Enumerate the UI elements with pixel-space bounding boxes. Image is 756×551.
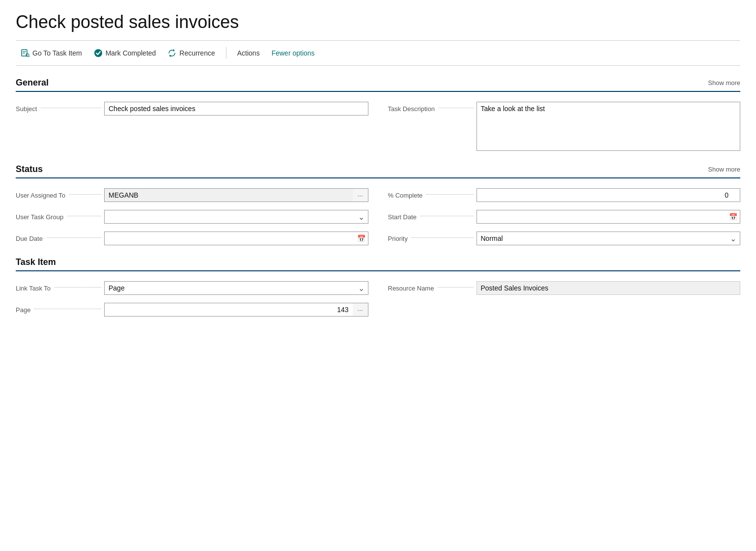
due-date-input[interactable] [104, 232, 368, 245]
percent-complete-input[interactable] [476, 188, 741, 202]
resource-name-control: Posted Sales Invoices [476, 281, 741, 295]
fewer-options-button[interactable]: Fewer options [267, 46, 320, 60]
link-task-to-select-wrapper: Page Report Codeunit [104, 281, 368, 295]
subject-row: Subject [16, 102, 368, 152]
user-task-group-select[interactable] [104, 210, 368, 224]
empty-cell [388, 303, 741, 317]
start-date-control: 📅 [476, 210, 741, 224]
page-input-group: ··· [104, 303, 368, 317]
page-input[interactable] [104, 303, 353, 317]
link-task-to-label: Link Task To [16, 281, 104, 292]
due-date-input-wrapper: 📅 [104, 232, 368, 245]
user-assigned-to-row: User Assigned To ··· [16, 188, 368, 202]
start-date-label: Start Date [388, 210, 476, 221]
general-section-title: General [16, 78, 49, 88]
task-description-control [476, 102, 741, 152]
general-show-more-button[interactable]: Show more [708, 79, 740, 87]
user-assigned-to-input-group: ··· [104, 188, 368, 202]
status-show-more-button[interactable]: Show more [708, 166, 740, 173]
priority-control: Normal Low High [476, 232, 741, 245]
task-description-input[interactable] [476, 102, 741, 151]
link-task-to-control: Page Report Codeunit [104, 281, 368, 295]
general-form-grid: Subject Task Description [16, 102, 740, 152]
user-assigned-to-label: User Assigned To [16, 188, 104, 199]
mark-completed-button[interactable]: Mark Completed [89, 46, 161, 60]
page-title: Check posted sales invoices [16, 12, 740, 32]
resource-name-value: Posted Sales Invoices [476, 281, 741, 295]
priority-row: Priority Normal Low High [388, 232, 741, 245]
start-date-row: Start Date 📅 [388, 210, 741, 224]
task-description-row: Task Description [388, 102, 741, 152]
svg-line-4 [29, 57, 30, 58]
actions-button[interactable]: Actions [232, 46, 265, 60]
priority-select-wrapper: Normal Low High [476, 232, 741, 245]
percent-complete-label: % Complete [388, 188, 476, 199]
due-date-label: Due Date [16, 232, 104, 242]
start-date-input[interactable] [476, 210, 741, 224]
svg-point-5 [94, 49, 102, 57]
due-date-control: 📅 [104, 232, 368, 245]
percent-complete-row: % Complete [388, 188, 741, 202]
task-item-form-grid: Link Task To Page Report Codeunit [16, 281, 740, 317]
user-assigned-to-lookup-button[interactable]: ··· [353, 188, 368, 202]
priority-label: Priority [388, 232, 476, 242]
status-section-title: Status [16, 164, 43, 174]
task-description-label: Task Description [388, 102, 476, 113]
page-control: ··· [104, 303, 368, 317]
page-lookup-button[interactable]: ··· [353, 303, 368, 317]
subject-control [104, 102, 368, 116]
recurrence-icon [168, 49, 176, 58]
percent-complete-control [476, 188, 741, 202]
task-item-section: Task Item Link Task To Page Report Codeu… [16, 257, 740, 317]
svg-point-3 [26, 54, 29, 57]
general-section-header: General Show more [16, 78, 740, 92]
subject-label: Subject [16, 102, 104, 113]
resource-name-row: Resource Name Posted Sales Invoices [388, 281, 741, 295]
mark-completed-icon [94, 49, 103, 58]
go-to-task-item-button[interactable]: Go To Task Item [16, 46, 87, 60]
link-task-to-row: Link Task To Page Report Codeunit [16, 281, 368, 295]
user-task-group-select-wrapper [104, 210, 368, 224]
user-assigned-to-input[interactable] [104, 188, 353, 202]
task-item-section-header: Task Item [16, 257, 740, 271]
go-to-task-icon [21, 49, 29, 58]
toolbar: Go To Task Item Mark Completed Recur [16, 41, 740, 66]
user-assigned-to-control: ··· [104, 188, 368, 202]
user-task-group-control [104, 210, 368, 224]
subject-input[interactable] [104, 102, 368, 116]
status-form-grid: User Assigned To ··· % Complete [16, 188, 740, 245]
resource-name-label: Resource Name [388, 281, 476, 292]
user-task-group-row: User Task Group [16, 210, 368, 224]
page-label: Page [16, 303, 104, 314]
due-date-row: Due Date 📅 [16, 232, 368, 245]
toolbar-divider [226, 47, 226, 59]
start-date-input-wrapper: 📅 [476, 210, 741, 224]
status-section-header: Status Show more [16, 164, 740, 178]
priority-select[interactable]: Normal Low High [476, 232, 741, 245]
user-task-group-label: User Task Group [16, 210, 104, 221]
recurrence-button[interactable]: Recurrence [163, 46, 220, 60]
task-item-section-title: Task Item [16, 257, 56, 267]
page-row: Page ··· [16, 303, 368, 317]
link-task-to-select[interactable]: Page Report Codeunit [104, 281, 368, 295]
status-section: Status Show more User Assigned To ··· [16, 164, 740, 245]
general-section: General Show more Subject Task Descripti… [16, 78, 740, 152]
